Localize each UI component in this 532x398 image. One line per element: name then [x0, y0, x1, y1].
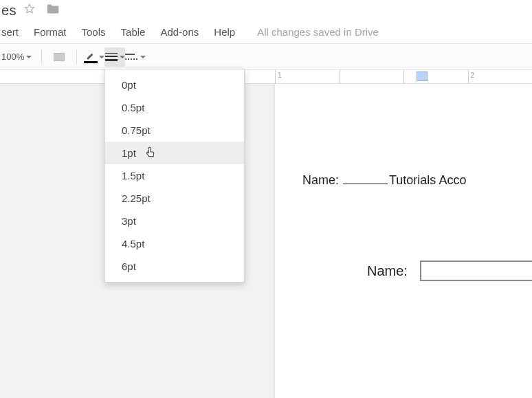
border-dash-button[interactable]: [125, 47, 146, 67]
horizontal-ruler[interactable]: 1 2: [0, 70, 532, 84]
border-width-option[interactable]: 0.5pt: [105, 96, 244, 119]
menu-bar: sert Format Tools Table Add-ons Help All…: [0, 22, 532, 44]
border-width-option[interactable]: 1.5pt: [105, 164, 244, 187]
name-input-box[interactable]: [420, 261, 532, 281]
save-status: All changes saved in Drive: [257, 26, 379, 38]
border-width-option[interactable]: 2.25pt: [105, 187, 244, 210]
document-page[interactable]: Name:Tutorials Acco Name:: [275, 84, 532, 398]
doc-title[interactable]: es: [0, 3, 16, 19]
margin-marker[interactable]: [417, 71, 428, 81]
zoom-dropdown[interactable]: 100%: [1, 52, 32, 62]
ruler-tick: 2: [471, 71, 475, 79]
separator: [41, 49, 42, 65]
line-weight-icon: [105, 53, 118, 61]
zoom-value: 100%: [1, 52, 24, 62]
background-color-button[interactable]: [49, 47, 69, 67]
border-width-option[interactable]: 4.5pt: [105, 232, 244, 255]
border-width-button[interactable]: [104, 47, 125, 67]
name-label-2: Name:: [367, 263, 408, 279]
chevron-down-icon: [140, 56, 146, 58]
chevron-down-icon: [120, 56, 125, 58]
blank-underline: [343, 184, 388, 184]
border-width-option[interactable]: 6pt: [105, 255, 244, 278]
chevron-down-icon: [26, 56, 32, 58]
background-color-icon: [54, 53, 65, 61]
canvas-area: 1 2 Name:Tutorials Acco Name:: [0, 70, 532, 398]
border-dash-icon: [125, 52, 138, 63]
name-value: Tutorials Acco: [389, 173, 466, 187]
pencil-icon: [84, 51, 97, 63]
border-width-dropdown: 0pt0.5pt0.75pt1pt1.5pt2.25pt3pt4.5pt6pt: [104, 69, 245, 283]
toolbar: 100%: [0, 44, 532, 70]
border-width-option[interactable]: 0pt: [105, 74, 244, 96]
border-color-button[interactable]: [84, 47, 104, 67]
border-width-option[interactable]: 3pt: [105, 210, 244, 232]
chevron-down-icon: [99, 56, 104, 58]
menu-addons[interactable]: Add-ons: [160, 26, 199, 38]
separator: [76, 49, 77, 65]
cursor-icon: [145, 146, 157, 158]
ruler-tick: 1: [278, 71, 282, 79]
menu-insert[interactable]: sert: [1, 26, 19, 38]
title-bar: es: [0, 0, 532, 22]
folder-icon[interactable]: [45, 1, 60, 19]
doc-line-1: Name:Tutorials Acco: [302, 173, 532, 188]
name-label: Name:: [302, 173, 339, 187]
border-width-option[interactable]: 0.75pt: [105, 119, 244, 142]
star-icon[interactable]: [23, 3, 36, 18]
border-width-option[interactable]: 1pt: [105, 142, 244, 164]
doc-line-2: Name:: [302, 261, 532, 281]
menu-format[interactable]: Format: [34, 26, 67, 38]
menu-help[interactable]: Help: [214, 26, 235, 38]
menu-tools[interactable]: Tools: [82, 26, 106, 38]
menu-table[interactable]: Table: [121, 26, 146, 38]
